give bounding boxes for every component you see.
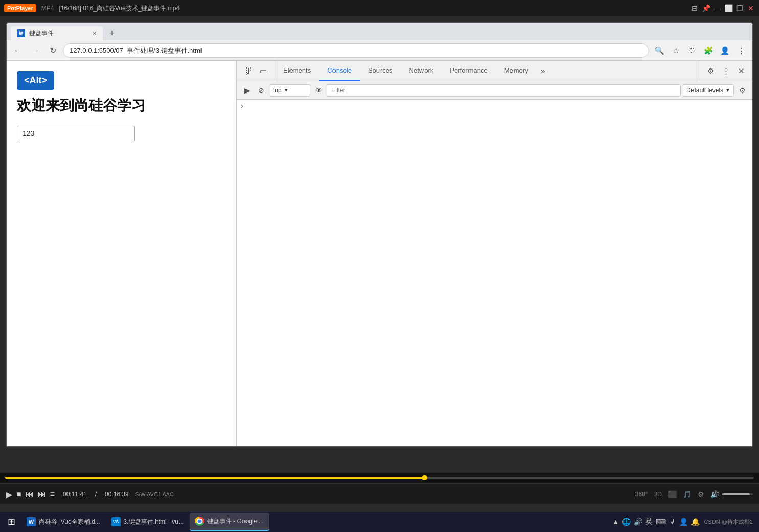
extension-btn[interactable]: 🧩 (701, 43, 716, 58)
pin-btn[interactable]: 📌 (702, 4, 710, 12)
context-value: top (273, 87, 282, 94)
maximize-btn[interactable]: ❐ (735, 4, 744, 12)
video-3d-btn[interactable]: 3D (654, 491, 662, 498)
taskbar-right: ▲ 🌐 🔊 英 ⌨ 🎙 👤 🔔 CSDN @待木成橙2 (612, 517, 757, 526)
content-area: <Alt> 欢迎来到尚硅谷学习 ⶫ ▭ Elements Console Sou… (7, 61, 752, 446)
devtools-settings: ⚙ ⋮ ✕ (699, 61, 752, 81)
taskbar-item-word-label: 尚硅谷_Vue全家桶.d... (39, 518, 100, 526)
devtools-extension-btn[interactable]: 🛡 (685, 43, 699, 58)
playlist-btn[interactable]: ≡ (50, 490, 55, 499)
console-clear-btn[interactable]: ▶ (241, 84, 253, 97)
video-icon3[interactable]: ⚙ (698, 490, 704, 498)
close-btn[interactable]: ✕ (747, 4, 755, 12)
keyboard-event-input[interactable] (17, 126, 135, 141)
tray-volume[interactable]: 🔊 (634, 518, 642, 526)
video-controls-right: 360° 3D ⬛ 🎵 ⚙ 🔊 (635, 490, 753, 498)
video-tags: S/W AVC1 AAC (135, 491, 174, 497)
taskbar-item-word[interactable]: W 尚硅谷_Vue全家桶.d... (21, 513, 105, 531)
profile-btn[interactable]: 👤 (718, 43, 732, 58)
title-bar-controls: ⊟ 📌 — ⬜ ❐ ✕ (690, 4, 755, 12)
devtools-more-btn[interactable]: ⋮ (719, 64, 733, 78)
address-bar[interactable]: 127.0.0.1:5500/07_事件处理/3.键盘事件.html (63, 43, 649, 58)
tab-close-btn[interactable]: × (93, 29, 97, 37)
levels-dropdown-icon: ▼ (725, 87, 730, 93)
devtools-tabs: Elements Console Sources Network Perform… (275, 61, 699, 81)
video-progress-area (0, 473, 759, 483)
console-filter-input[interactable] (327, 84, 681, 97)
devtools-close-btn[interactable]: ✕ (734, 64, 748, 78)
tab-favicon: 键 (17, 29, 25, 37)
title-bar: PotPlayer MP4 [16/168] 016_尚硅谷Vue技术_键盘事件… (0, 0, 759, 16)
tab-elements[interactable]: Elements (275, 61, 319, 81)
browser-tab-active[interactable]: 键 键盘事件 × (11, 26, 103, 40)
title-bar-format: MP4 (41, 5, 54, 12)
minimize-btn[interactable]: — (713, 4, 721, 12)
taskbar-minimize-btn[interactable]: ⊟ (690, 4, 699, 12)
context-dropdown-icon: ▼ (284, 87, 289, 93)
restore-btn[interactable]: ⬜ (724, 4, 732, 12)
video-time-sep: / (95, 491, 97, 498)
eye-btn[interactable]: 👁 (312, 84, 325, 97)
word-icon: W (27, 517, 36, 526)
back-btn[interactable]: ← (11, 43, 25, 58)
forward-btn[interactable]: → (28, 43, 42, 58)
tab-performance[interactable]: Performance (441, 61, 496, 81)
start-btn[interactable]: ⊞ (2, 513, 20, 531)
volume-bar[interactable] (722, 493, 753, 495)
console-toolbar: ▶ ⊘ top ▼ 👁 Default levels ▼ ⚙ (237, 81, 752, 100)
devtools-header: ⶫ ▭ Elements Console Sources Network Per… (237, 61, 752, 81)
device-mode-btn[interactable]: ▭ (256, 64, 271, 78)
console-block-btn[interactable]: ⊘ (255, 84, 267, 97)
page-content: <Alt> 欢迎来到尚硅谷学习 (7, 61, 237, 446)
video-time-current: 00:11:41 (63, 491, 87, 498)
zoom-btn[interactable]: 🔍 (652, 43, 666, 58)
console-expand-arrow[interactable]: › (237, 100, 752, 112)
alt-badge: <Alt> (17, 71, 54, 90)
tray-network[interactable]: 🌐 (622, 518, 631, 526)
context-selector[interactable]: top ▼ (270, 84, 310, 97)
page-heading: 欢迎来到尚硅谷学习 (17, 96, 226, 115)
tab-sources[interactable]: Sources (360, 61, 401, 81)
default-levels-selector[interactable]: Default levels ▼ (683, 84, 734, 97)
inspect-element-btn[interactable]: ⶫ (241, 64, 255, 78)
title-bar-file: [16/168] 016_尚硅谷Vue技术_键盘事件.mp4 (59, 4, 180, 13)
reload-btn[interactable]: ↻ (46, 43, 60, 58)
menu-btn[interactable]: ⋮ (734, 43, 748, 58)
video-progress-track[interactable] (5, 477, 754, 479)
video-controls: ▶ ■ ⏮ ⏭ ≡ 00:11:41 / 00:16:39 S/W AVC1 A… (0, 484, 759, 504)
tab-memory[interactable]: Memory (496, 61, 537, 81)
more-tabs-btn[interactable]: » (537, 61, 549, 81)
title-bar-left: PotPlayer MP4 [16/168] 016_尚硅谷Vue技术_键盘事件… (4, 4, 180, 13)
vscode-icon: VS (111, 517, 121, 526)
tray-keyboard[interactable]: ⌨ (656, 518, 666, 526)
default-levels-label: Default levels (686, 87, 723, 94)
bookmark-btn[interactable]: ☆ (668, 43, 683, 58)
tab-network[interactable]: Network (401, 61, 442, 81)
tray-mic[interactable]: 🎙 (669, 518, 676, 526)
video-icon2[interactable]: 🎵 (683, 490, 691, 498)
tray-user[interactable]: 👤 (679, 518, 688, 526)
prev-btn[interactable]: ⏮ (26, 490, 34, 499)
console-settings-btn[interactable]: ⚙ (736, 84, 748, 97)
taskbar-item-vscode[interactable]: VS 3.键盘事件.html - vu... (106, 513, 189, 531)
console-content[interactable]: › (237, 100, 752, 446)
video-360-btn[interactable]: 360° (635, 491, 648, 498)
play-btn[interactable]: ▶ (6, 490, 12, 499)
tray-notification[interactable]: 🔔 (691, 518, 700, 526)
volume-icon[interactable]: 🔊 (710, 490, 719, 498)
devtools-settings-btn[interactable]: ⚙ (703, 64, 718, 78)
taskbar-item-chrome[interactable]: 键盘事件 - Google ... (190, 513, 269, 531)
video-icon1[interactable]: ⬛ (668, 490, 677, 498)
tab-title: 键盘事件 (29, 29, 88, 38)
volume-fill (722, 493, 750, 495)
tab-console[interactable]: Console (319, 61, 360, 81)
video-progress-thumb[interactable] (422, 475, 427, 480)
tray-ime[interactable]: 英 (645, 517, 653, 526)
tray-arrow-up[interactable]: ▲ (612, 518, 619, 526)
taskbar-item-vscode-label: 3.键盘事件.html - vu... (124, 518, 184, 526)
stop-btn[interactable]: ■ (16, 490, 21, 499)
chrome-icon (195, 517, 204, 526)
new-tab-btn[interactable]: + (105, 26, 119, 40)
next-btn[interactable]: ⏭ (38, 490, 46, 499)
toolbar-icons: 🔍 ☆ 🛡 🧩 👤 ⋮ (652, 43, 748, 58)
